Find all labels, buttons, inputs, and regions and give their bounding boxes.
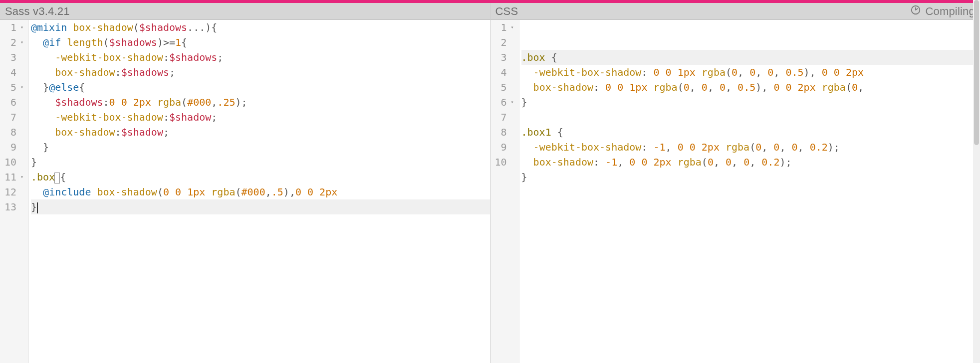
css-panel: CSS Compiling 1▾23456▾78910 .box { -webk…: [490, 3, 980, 363]
gutter-line[interactable]: 10: [0, 155, 25, 170]
code-line[interactable]: .box1 {: [521, 125, 980, 140]
gutter-line[interactable]: 3: [0, 50, 25, 65]
sass-panel-title: Sass v3.4.21: [5, 5, 70, 18]
code-line[interactable]: .box{: [31, 170, 490, 184]
gutter-line[interactable]: 6: [0, 95, 25, 110]
code-line[interactable]: }: [31, 199, 490, 214]
gutter-line[interactable]: 1▾: [490, 20, 516, 35]
css-editor[interactable]: 1▾23456▾78910 .box { -webkit-box-shadow:…: [490, 20, 980, 363]
compile-spinner-icon: [910, 4, 921, 18]
gutter-line[interactable]: 8: [490, 125, 516, 140]
gutter-line[interactable]: 8: [0, 125, 25, 140]
code-line[interactable]: }: [521, 170, 980, 184]
code-line[interactable]: $shadows:0 0 2px rgba(#000,.25);: [31, 95, 490, 110]
code-line[interactable]: -webkit-box-shadow: -1, 0 0 2px rgba(0, …: [521, 140, 980, 155]
code-line[interactable]: }: [31, 155, 490, 170]
split-panels: Sass v3.4.21 1▾2▾345▾67891011▾1213 @mixi…: [0, 3, 980, 363]
sass-gutter[interactable]: 1▾2▾345▾67891011▾1213: [0, 20, 29, 363]
sass-code-area[interactable]: @mixin box-shadow($shadows...){ @if leng…: [29, 20, 490, 363]
css-panel-title: CSS: [495, 5, 518, 18]
code-line[interactable]: .box {: [521, 50, 980, 65]
sass-panel-header: Sass v3.4.21: [0, 3, 490, 20]
sass-editor[interactable]: 1▾2▾345▾67891011▾1213 @mixin box-shadow(…: [0, 20, 490, 363]
gutter-line[interactable]: 5▾: [0, 80, 25, 95]
code-line[interactable]: }: [521, 95, 980, 110]
css-scrollbar[interactable]: [973, 20, 980, 363]
code-line[interactable]: @mixin box-shadow($shadows...){: [31, 20, 490, 35]
fold-arrow-icon[interactable]: ▾: [18, 80, 23, 95]
css-panel-header: CSS Compiling: [490, 3, 980, 20]
code-line[interactable]: box-shadow:$shadows;: [31, 65, 490, 80]
fold-arrow-icon[interactable]: ▾: [18, 35, 23, 50]
gutter-line[interactable]: 5: [490, 80, 516, 95]
gutter-line[interactable]: 6▾: [490, 95, 516, 110]
gutter-line[interactable]: 2: [490, 35, 516, 50]
gutter-line[interactable]: 13: [0, 199, 25, 214]
code-line[interactable]: @if length($shadows)>=1{: [31, 35, 490, 50]
gutter-line[interactable]: 2▾: [0, 35, 25, 50]
code-line[interactable]: @include box-shadow(0 0 1px rgba(#000,.5…: [31, 184, 490, 199]
gutter-line[interactable]: 7: [0, 110, 25, 125]
gutter-line[interactable]: 12: [0, 184, 25, 199]
fold-arrow-icon[interactable]: ▾: [509, 20, 514, 35]
code-line[interactable]: box-shadow: 0 0 1px rgba(0, 0, 0, 0.5), …: [521, 80, 980, 95]
fold-arrow-icon[interactable]: ▾: [18, 170, 23, 184]
code-line[interactable]: box-shadow:$shadow;: [31, 125, 490, 140]
compile-status-label: Compiling: [925, 5, 975, 18]
gutter-line[interactable]: 9: [490, 140, 516, 155]
code-line[interactable]: }@else{: [31, 80, 490, 95]
css-gutter[interactable]: 1▾23456▾78910: [490, 20, 519, 363]
gutter-line[interactable]: 3: [490, 50, 516, 65]
code-line[interactable]: [521, 184, 980, 199]
code-line[interactable]: }: [31, 140, 490, 155]
code-line[interactable]: -webkit-box-shadow:$shadows;: [31, 50, 490, 65]
gutter-line[interactable]: 4: [490, 65, 516, 80]
fold-arrow-icon[interactable]: ▾: [18, 20, 23, 35]
css-code-area[interactable]: .box { -webkit-box-shadow: 0 0 1px rgba(…: [519, 20, 980, 363]
code-line[interactable]: -webkit-box-shadow: 0 0 1px rgba(0, 0, 0…: [521, 65, 980, 80]
gutter-line[interactable]: 7: [490, 110, 516, 125]
gutter-line[interactable]: 10: [490, 155, 516, 170]
css-scrollbar-thumb[interactable]: [974, 20, 979, 145]
sass-panel: Sass v3.4.21 1▾2▾345▾67891011▾1213 @mixi…: [0, 3, 490, 363]
gutter-line[interactable]: 1▾: [0, 20, 25, 35]
gutter-line[interactable]: 11▾: [0, 170, 25, 184]
gutter-line[interactable]: 4: [0, 65, 25, 80]
code-line[interactable]: -webkit-box-shadow:$shadow;: [31, 110, 490, 125]
code-line[interactable]: [521, 110, 980, 125]
code-line[interactable]: box-shadow: -1, 0 0 2px rgba(0, 0, 0, 0.…: [521, 155, 980, 170]
fold-arrow-icon[interactable]: ▾: [509, 95, 514, 110]
gutter-line[interactable]: 9: [0, 140, 25, 155]
